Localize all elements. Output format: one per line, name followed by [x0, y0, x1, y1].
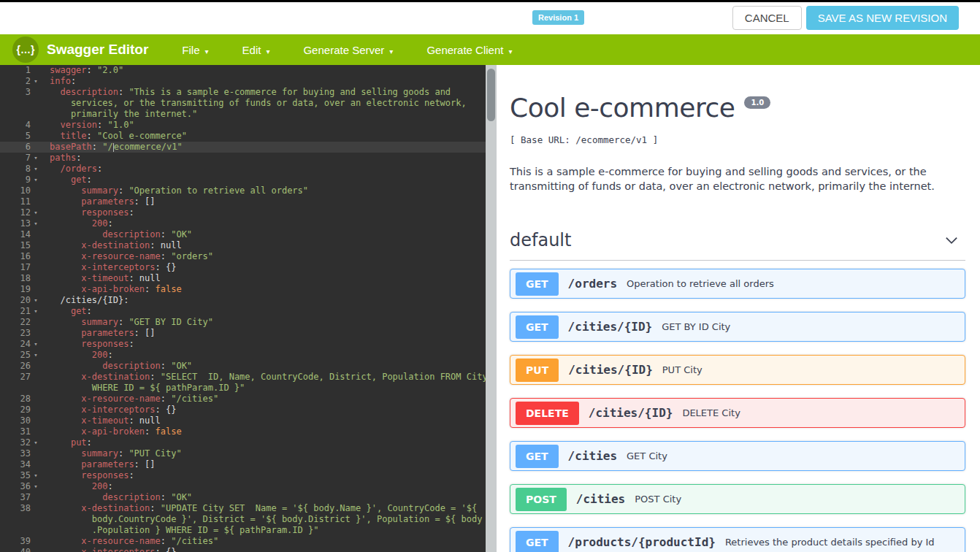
fold-arrow-icon[interactable]: ▾ [31, 295, 41, 306]
version-badge: 1.0 [744, 96, 770, 109]
menu-generate-server[interactable]: Generate Server▾ [303, 44, 393, 56]
editor-line[interactable]: 27 x-destination: "SELECT ID, Name, Coun… [0, 372, 486, 383]
editor-scrollbar[interactable] [486, 65, 497, 552]
editor-line[interactable]: primarily the internet." [0, 109, 486, 120]
editor-line[interactable]: 31 x-api-broken: false [0, 426, 486, 437]
editor-line[interactable]: 15 x-destination: null [0, 240, 486, 251]
section-header-default[interactable]: default [510, 230, 965, 261]
editor-gutter: 11 [0, 196, 41, 207]
editor-lines[interactable]: 1swagger: "2.0"2▾info:3 description: "Th… [0, 65, 486, 552]
method-badge: POST [516, 488, 567, 511]
code-text: responses: [41, 207, 486, 218]
editor-line[interactable]: 7▾paths: [0, 153, 486, 164]
editor-line[interactable]: 36▾ 200: [0, 481, 486, 492]
fold-arrow-icon[interactable]: ▾ [31, 207, 41, 218]
editor-line[interactable]: 17 x-interceptors: {} [0, 262, 486, 273]
chevron-down-icon[interactable] [943, 232, 960, 248]
fold-arrow-icon[interactable]: ▾ [31, 76, 41, 87]
chevron-down-icon: ▾ [205, 47, 209, 55]
editor-line[interactable]: 33 summary: "PUT City" [0, 448, 486, 459]
editor-line[interactable]: 2▾info: [0, 76, 486, 87]
editor-line[interactable]: 3 description: "This is a sample e-comme… [0, 87, 486, 98]
editor-line[interactable]: 39 x-resource-name: "/cities" [0, 536, 486, 547]
cancel-button[interactable]: CANCEL [732, 6, 802, 30]
editor-line[interactable]: 5 title: "Cool e-commerce" [0, 131, 486, 142]
editor-gutter: 20▾ [0, 295, 41, 306]
editor-gutter: 4 [0, 120, 41, 131]
editor-line[interactable]: 12▾ responses: [0, 207, 486, 218]
api-title: Cool e-commerce [510, 93, 735, 123]
editor-line[interactable]: 40 x-interceptors: {} [0, 547, 486, 552]
editor-line[interactable]: 10 summary: "Operation to retrieve all o… [0, 185, 486, 196]
operation-row[interactable]: DELETE/cities/{ID}DELETE City [510, 398, 965, 428]
editor-line[interactable]: 30 x-timeout: null [0, 415, 486, 426]
menu-edit[interactable]: Edit▾ [242, 44, 270, 56]
operation-row[interactable]: PUT/cities/{ID}PUT City [510, 355, 965, 385]
editor-line[interactable]: 1swagger: "2.0" [0, 65, 486, 76]
method-badge: GET [516, 445, 559, 468]
editor-line[interactable]: 19 x-api-broken: false [0, 284, 486, 295]
editor-line[interactable]: 18 x-timeout: null [0, 273, 486, 284]
editor-line[interactable]: WHERE ID = ${ pathParam.ID }" [0, 383, 486, 394]
editor-line[interactable]: 16 x-resource-name: "orders" [0, 251, 486, 262]
editor-gutter: 31 [0, 426, 41, 437]
editor-line[interactable]: 28 x-resource-name: "/cities" [0, 394, 486, 405]
code-text: x-destination: "UPDATE City SET Name = '… [41, 503, 486, 514]
operation-row[interactable]: GET/products/{productId}Retrieves the pr… [510, 527, 965, 552]
editor-line[interactable]: 25▾ 200: [0, 350, 486, 361]
editor-gutter [0, 109, 41, 120]
operation-row[interactable]: GET/citiesGET City [510, 441, 965, 471]
fold-arrow-icon[interactable]: ▾ [31, 437, 41, 448]
editor-gutter: 30 [0, 415, 41, 426]
fold-arrow-icon[interactable]: ▾ [31, 218, 41, 229]
editor-line[interactable]: .Population } WHERE ID = ${ pathParam.ID… [0, 525, 486, 536]
editor-line[interactable]: 22 summary: "GET BY ID City" [0, 317, 486, 328]
editor-line[interactable]: 23 parameters: [] [0, 328, 486, 339]
line-number: 33 [0, 448, 31, 459]
editor-line[interactable]: 29 x-interceptors: {} [0, 405, 486, 415]
preview-pane: Cool e-commerce 1.0 [ Base URL: /ecommer… [497, 65, 980, 552]
editor-line[interactable]: 20▾ /cities/{ID}: [0, 295, 486, 306]
line-number: 6 [0, 142, 31, 153]
fold-arrow-icon[interactable]: ▾ [31, 339, 41, 350]
editor-line[interactable]: 13▾ 200: [0, 218, 486, 229]
line-number: 7 [0, 153, 31, 164]
editor-line[interactable]: 21▾ get: [0, 306, 486, 317]
editor-line[interactable]: 37 description: "OK" [0, 492, 486, 503]
editor-line[interactable]: 6basePath: "/ecommerce/v1" [0, 142, 486, 153]
menu-file[interactable]: File▾ [182, 44, 208, 56]
fold-arrow-icon[interactable]: ▾ [31, 175, 41, 185]
editor-line[interactable]: 35▾ responses: [0, 470, 486, 481]
editor-line[interactable]: 4 version: "1.0" [0, 120, 486, 131]
operation-row[interactable]: GET/ordersOperation to retrieve all orde… [510, 269, 965, 299]
editor-line[interactable]: body.CountryCode }', District = '${ body… [0, 514, 486, 525]
fold-arrow-icon[interactable]: ▾ [31, 350, 41, 361]
line-number [0, 383, 31, 394]
save-as-new-revision-button[interactable]: SAVE AS NEW REVISION [806, 6, 959, 30]
fold-arrow-icon[interactable]: ▾ [31, 164, 41, 175]
editor-line[interactable]: 11 parameters: [] [0, 196, 486, 207]
code-text: x-resource-name: "/cities" [41, 394, 486, 405]
operation-row[interactable]: GET/cities/{ID}GET BY ID City [510, 312, 965, 342]
method-badge: PUT [516, 359, 559, 382]
fold-arrow-icon[interactable]: ▾ [31, 470, 41, 481]
line-number: 12 [0, 207, 31, 218]
editor-line[interactable]: 32▾ put: [0, 437, 486, 448]
menu-generate-client[interactable]: Generate Client▾ [426, 44, 512, 56]
editor-line[interactable]: 8▾ /orders: [0, 164, 486, 175]
editor-line[interactable]: 34 parameters: [] [0, 459, 486, 470]
scrollbar-thumb[interactable] [487, 69, 495, 121]
editor-line[interactable]: 26 description: "OK" [0, 361, 486, 372]
fold-arrow-icon[interactable]: ▾ [31, 153, 41, 164]
operation-row[interactable]: POST/citiesPOST City [510, 484, 965, 514]
operation-path: /products/{productId} [568, 535, 716, 549]
fold-arrow-icon[interactable]: ▾ [31, 481, 41, 492]
editor-line[interactable]: 24▾ responses: [0, 339, 486, 350]
editor-line[interactable]: services, or the transmitting of funds o… [0, 98, 486, 109]
line-number: 24 [0, 339, 31, 350]
editor-line[interactable]: 9▾ get: [0, 175, 486, 185]
fold-arrow-icon[interactable]: ▾ [31, 306, 41, 317]
editor-line[interactable]: 38 x-destination: "UPDATE City SET Name … [0, 503, 486, 514]
editor-line[interactable]: 14 description: "OK" [0, 229, 486, 240]
code-text: title: "Cool e-commerce" [41, 131, 486, 142]
